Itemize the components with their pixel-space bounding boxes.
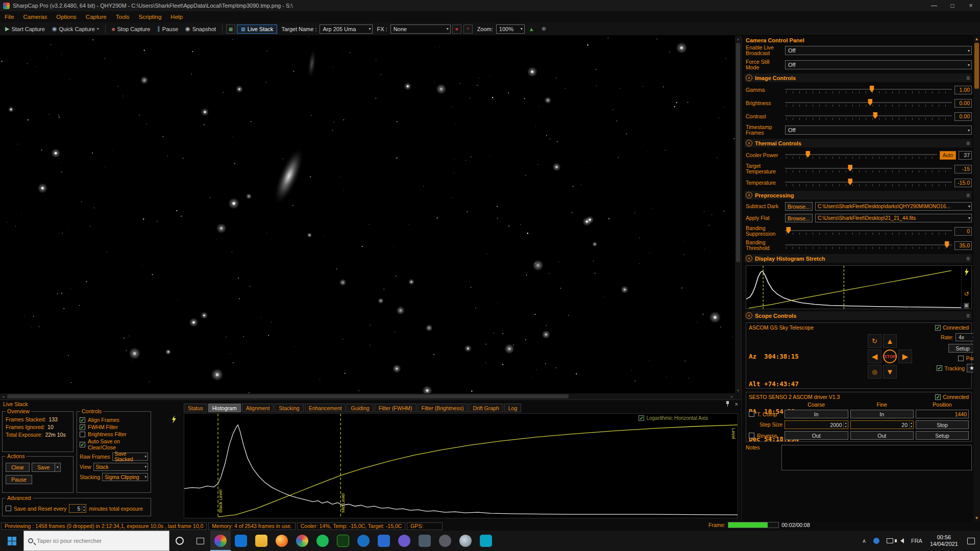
auto-stretch-icon[interactable]: ▲ [526,25,537,33]
minimize-button[interactable]: — [925,0,943,11]
pause-button[interactable]: ∥ Pause [154,24,181,33]
panel-scroll-thumb[interactable] [974,43,979,89]
target-temperature-slider[interactable] [785,164,952,174]
taskbar-app-mail[interactable] [231,531,251,551]
view-select[interactable]: Stack▾ [93,463,148,471]
collapse-icon[interactable]: ∧ [746,192,752,198]
apply-flat-browse-button[interactable]: Browse... [785,214,813,222]
temperature-slider[interactable] [785,178,952,188]
target-temperature-value[interactable]: -15 [954,165,972,173]
stop-capture-button[interactable]: ■ Stop Capture [109,25,153,33]
gamma-slider[interactable] [785,85,952,95]
step-down-icon[interactable]: ▾ [844,425,847,429]
horizontal-scrollbar[interactable]: ◂ ▸ [0,393,735,399]
telescope-connected-checkbox[interactable] [935,325,941,331]
subtract-dark-browse-button[interactable]: Browse... [785,202,813,211]
enable-live-broadcast-select[interactable]: Off ▾ [785,46,972,55]
thermal-controls-header[interactable]: ∧ Thermal Controls ≡ [745,139,972,147]
scope-controls-header[interactable]: ∧ Scope Controls ≡ [745,311,972,320]
menu-tools[interactable]: Tools [111,11,134,22]
brightness-slider[interactable] [785,98,952,108]
tab-histogram[interactable]: Histogram [208,404,241,412]
coarse-step-stepper[interactable]: 2000 ▴▾ [785,420,848,429]
timestamp-frames-select[interactable]: Off ▾ [785,126,972,135]
contrast-slider[interactable] [785,111,952,121]
subtract-dark-path-select[interactable]: C:\Users\SharkFleet\Desktop\darks\QHY290… [815,202,972,211]
pin-icon[interactable] [725,401,730,406]
reticle-icon[interactable]: ■ [452,24,461,34]
coarse-in-button[interactable]: In [785,410,848,418]
panel-scrollbar[interactable]: ▲ ▼ [973,36,980,521]
live-stack-button[interactable]: ▥ Live Stack [237,24,277,34]
tab-filter-fwhm[interactable]: Filter (FWHM) [375,404,416,412]
focuser-setup-button[interactable]: Setup [916,431,969,440]
focuser-connected-checkbox[interactable] [935,394,941,400]
section-menu-icon[interactable]: ≡ [966,74,972,82]
coarse-out-button[interactable]: Out [785,431,848,440]
maximize-button[interactable]: □ [943,0,962,11]
taskbar-app-steam[interactable] [435,531,455,551]
banding-threshold-value[interactable]: 35,0 [954,241,972,250]
step-down-icon[interactable]: ▾ [910,425,913,429]
menu-scripting[interactable]: Scripting [134,11,166,22]
scroll-up-icon[interactable]: ▴ [735,36,741,42]
taskbar-app-browser[interactable] [292,531,312,551]
tab-drift-graph[interactable]: Drift Graph [469,404,503,412]
goto-icon[interactable]: ↻ [868,334,881,348]
close-panel-icon[interactable]: × [735,401,738,407]
cooler-auto-toggle[interactable]: Auto [940,151,956,160]
gamma-value[interactable]: 1.00 [954,86,972,94]
scope-setup-button[interactable]: Setup [948,344,977,353]
force-still-mode-select[interactable]: Off ▾ [785,60,972,69]
auto-save-checkbox[interactable] [80,442,85,447]
section-menu-icon[interactable]: ≡ [966,255,972,262]
start-button[interactable] [0,531,23,551]
teamviewer-tray-icon[interactable] [870,531,883,551]
start-capture-button[interactable]: ▶ Start Capture [2,24,48,33]
step-up-icon[interactable]: ▴ [910,421,913,425]
taskbar-app-ds4windows[interactable] [333,531,353,551]
zoom-tool-icon[interactable]: ⊕ [538,24,549,33]
fine-out-button[interactable]: Out [850,431,914,440]
snapshot-button[interactable]: ◉ Snapshot [182,24,219,33]
tab-filter-brightness[interactable]: Filter (Brightness) [418,404,468,412]
fwhm-filter-checkbox[interactable] [80,424,85,430]
auto-stretch-icon[interactable] [171,415,724,519]
slew-left-button[interactable]: ◀ [868,349,881,363]
menu-options[interactable]: Options [52,11,81,22]
clear-button[interactable]: Clear [6,463,30,472]
t-comp-checkbox[interactable] [749,411,754,417]
banding-suppression-slider[interactable] [785,226,952,236]
taskbar-app-sharex[interactable] [476,531,496,551]
fine-step-stepper[interactable]: 20 ▴▾ [850,420,914,429]
vertical-scrollbar[interactable]: ▴ ▾ [735,36,741,393]
menu-help[interactable]: Help [166,11,187,22]
align-frames-checkbox[interactable] [80,417,85,423]
taskbar-app-sharpcap[interactable] [210,531,231,551]
collapse-icon[interactable]: ∧ [746,255,752,262]
brightness-value[interactable]: 0.00 [954,99,972,108]
tab-stacking[interactable]: Stacking [275,404,303,412]
taskbar-app-thunderbird[interactable] [353,531,374,551]
taskbar-app-spotify[interactable] [312,531,333,551]
slew-stop-button[interactable]: STOP [883,349,897,363]
task-view-icon[interactable] [190,531,210,551]
banding-suppression-value[interactable]: 0 [954,227,972,236]
tab-alignment[interactable]: Alignment [242,404,274,412]
taskbar-clock[interactable]: 00:56 14/04/2021 [926,534,962,547]
scroll-down-icon[interactable]: ▾ [735,387,741,393]
slew-right-button[interactable]: ▶ [898,349,912,363]
vertical-scroll-thumb[interactable] [736,43,740,262]
tab-guiding[interactable]: Guiding [347,404,373,412]
center-icon[interactable]: ◎ [868,365,881,379]
slew-up-button[interactable]: ▲ [883,334,897,348]
save-button[interactable]: Save [32,463,55,472]
display-histogram[interactable]: ↺ ▣ [746,265,972,309]
reset-stretch-icon[interactable]: ↺ [964,290,969,297]
zoom-select[interactable]: 100% ▾ [496,24,525,34]
taskbar-app-stellarium[interactable] [455,531,476,551]
focuser-stop-button[interactable]: Stop [916,420,969,429]
collapse-icon[interactable]: ∧ [746,312,752,319]
pause-stack-button[interactable]: Pause [6,475,32,484]
scroll-right-icon[interactable]: ▸ [729,393,735,399]
